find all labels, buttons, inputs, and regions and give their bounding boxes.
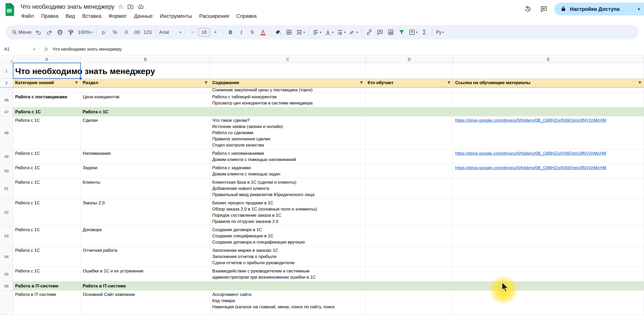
cell[interactable]: Клиенты — [81, 178, 210, 199]
cell[interactable]: Клиентская база в 1С (сделки и клиенты)Д… — [210, 178, 366, 199]
cell[interactable]: Сделки — [81, 116, 210, 149]
cell[interactable] — [453, 267, 644, 281]
undo-button[interactable] — [33, 27, 44, 37]
menu-item[interactable]: Вид — [63, 12, 78, 20]
insert-comment-button[interactable] — [375, 27, 385, 37]
menu-item[interactable]: Данные — [131, 12, 156, 20]
row-number[interactable]: 1 — [0, 63, 13, 79]
cell[interactable]: Работа с 1С — [13, 116, 81, 149]
select-all-corner[interactable] — [0, 56, 13, 63]
cell[interactable] — [366, 63, 453, 79]
cell[interactable]: Создание договора в 1ССоздание специфика… — [210, 226, 366, 246]
row-number[interactable]: 53 — [0, 226, 13, 246]
cell[interactable]: Работа с 1С — [13, 267, 81, 281]
row-number[interactable] — [0, 88, 13, 93]
column-header-e[interactable]: E — [453, 56, 644, 63]
cell[interactable]: Ошибки в 1С и их устранение — [81, 267, 210, 281]
row-number[interactable]: 55 — [0, 267, 13, 281]
cell[interactable] — [453, 93, 644, 107]
cell[interactable]: Работа с задачамиДожим клиента с помощью… — [210, 164, 366, 178]
row-number[interactable] — [0, 290, 13, 315]
row-number[interactable]: 52 — [0, 199, 13, 226]
cell[interactable]: Ассортимент сайтаКод товараНавигация (ка… — [210, 290, 366, 315]
row-number[interactable]: 50 — [0, 164, 13, 178]
cell[interactable] — [453, 226, 644, 246]
cell[interactable]: https://drive.google.com/drive/u/0/folde… — [453, 149, 644, 164]
row-number[interactable]: 54 — [0, 246, 13, 267]
filter-funnel-icon[interactable] — [447, 80, 451, 85]
row-number[interactable]: 48 — [0, 116, 13, 149]
sheets-logo-icon[interactable] — [4, 3, 16, 16]
decrease-decimals-button[interactable]: .0 — [121, 27, 131, 37]
create-filter-button[interactable] — [396, 27, 407, 37]
cell[interactable]: Снижение закупочной цены у поставщика (т… — [210, 88, 366, 93]
menu-item[interactable]: Расширения — [196, 12, 232, 20]
zoom-select[interactable]: 100%▾ — [77, 27, 94, 37]
drive-link[interactable]: https://drive.google.com/drive/u/0/folde… — [455, 117, 642, 124]
cell[interactable] — [453, 63, 644, 79]
column-header-b[interactable]: B — [81, 56, 210, 63]
currency-format-button[interactable]: р. — [99, 27, 109, 37]
italic-button[interactable]: I — [236, 27, 247, 37]
column-header-c[interactable]: C — [210, 56, 366, 63]
star-icon[interactable]: ☆ — [118, 4, 124, 10]
header-cell-category[interactable]: Категория знаний — [13, 79, 81, 87]
cell[interactable]: Заказы 2.0 — [81, 199, 210, 226]
increase-decimals-button[interactable]: .00 — [131, 27, 142, 37]
borders-button[interactable] — [284, 27, 294, 37]
header-cell-content[interactable]: Содержание — [210, 79, 366, 87]
header-cell-section[interactable]: Раздел — [81, 79, 210, 87]
cell[interactable] — [13, 88, 81, 93]
fill-handle[interactable] — [79, 77, 82, 80]
cell[interactable] — [453, 199, 644, 226]
move-folder-icon[interactable] — [127, 3, 134, 10]
menu-item[interactable]: Правка — [38, 12, 62, 20]
cell[interactable] — [210, 107, 366, 116]
strikethrough-button[interactable]: S — [247, 27, 257, 37]
cell[interactable] — [366, 199, 453, 226]
paint-format-button[interactable] — [66, 27, 76, 37]
insert-link-button[interactable] — [364, 27, 374, 37]
menu-item[interactable]: Формат — [105, 12, 130, 20]
doc-title[interactable]: Что необходимо знать менеджеру — [21, 3, 114, 10]
cell[interactable]: Работа с 1С — [13, 107, 81, 116]
filter-funnel-icon[interactable] — [638, 80, 642, 85]
cell[interactable]: Работа с напоминаниямиДожим клиента с по… — [210, 149, 366, 164]
column-header-a[interactable]: A — [13, 56, 81, 63]
cell-a1[interactable]: Что необходимо знать менеджеру — [13, 63, 81, 79]
drive-link[interactable]: https://drive.google.com/drive/u/0/folde… — [455, 165, 642, 171]
menu-item[interactable]: Справка — [233, 12, 260, 20]
cell[interactable]: Цена конкурентов — [81, 93, 210, 107]
cell[interactable]: Бизнес процесс продажи в 1СОбзор заказа … — [210, 199, 366, 226]
cell[interactable]: https://drive.google.com/drive/u/0/folde… — [453, 116, 644, 149]
cell[interactable] — [81, 88, 210, 93]
number-format-button[interactable]: 123 — [142, 27, 153, 37]
cell[interactable]: Работа с 1С — [13, 246, 81, 267]
input-tools-button[interactable]: Ру▾ — [435, 27, 445, 37]
horizontal-align-button[interactable]: ▾ — [311, 27, 323, 37]
cell[interactable]: Работа с 1С — [13, 149, 81, 164]
merge-cells-button[interactable]: ▾ — [295, 27, 306, 37]
cell[interactable]: Задачи — [81, 164, 210, 178]
menu-item[interactable]: Инструменты — [157, 12, 195, 20]
redo-button[interactable] — [44, 27, 54, 37]
cell[interactable]: Работа в IT-системе — [13, 290, 81, 315]
search-menu-button[interactable]: Меню — [10, 27, 33, 37]
cell[interactable] — [366, 93, 453, 107]
filter-funnel-icon[interactable] — [359, 80, 364, 85]
cell[interactable] — [453, 290, 644, 315]
cell[interactable]: Работа с 1С — [13, 226, 81, 246]
row-number[interactable]: 56 — [0, 281, 13, 290]
cell[interactable] — [366, 178, 453, 199]
filter-funnel-icon[interactable] — [74, 80, 79, 85]
cell[interactable] — [210, 281, 366, 290]
header-cell-trainer[interactable]: Кто обучает — [366, 79, 453, 87]
cell[interactable] — [366, 149, 453, 164]
cell[interactable] — [366, 107, 453, 116]
cell[interactable]: Работа с 1С — [81, 107, 210, 116]
cell[interactable]: Работа с 1С — [13, 178, 81, 199]
bold-button[interactable]: B — [225, 27, 236, 37]
cell[interactable]: Взаимодействие с руководителем и системн… — [210, 267, 366, 281]
cell[interactable] — [453, 88, 644, 93]
cell[interactable]: Основной Сайт компании — [81, 290, 210, 315]
